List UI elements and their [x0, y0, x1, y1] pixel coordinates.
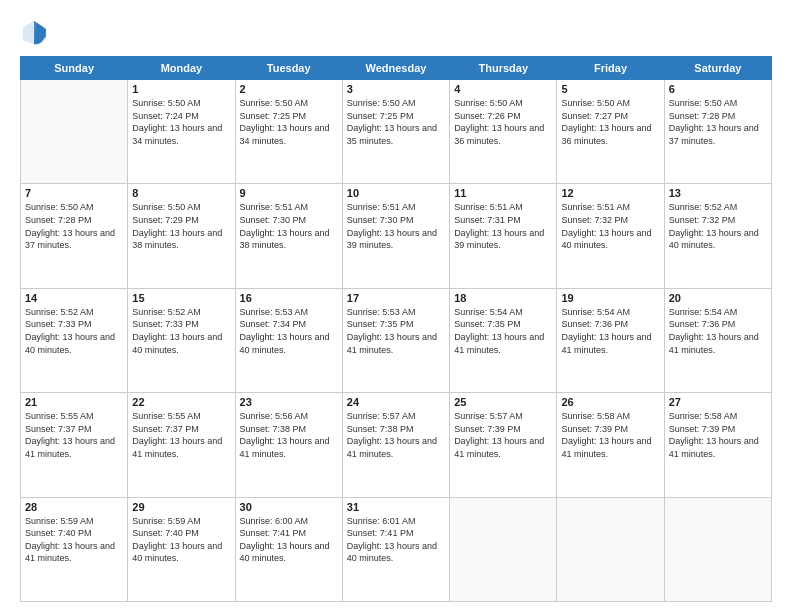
- day-number: 3: [347, 83, 445, 95]
- day-info: Sunrise: 5:59 AM Sunset: 7:40 PM Dayligh…: [25, 515, 123, 565]
- calendar-cell: 1Sunrise: 5:50 AM Sunset: 7:24 PM Daylig…: [128, 80, 235, 184]
- calendar-cell: 22Sunrise: 5:55 AM Sunset: 7:37 PM Dayli…: [128, 393, 235, 497]
- day-info: Sunrise: 5:55 AM Sunset: 7:37 PM Dayligh…: [25, 410, 123, 460]
- day-info: Sunrise: 5:58 AM Sunset: 7:39 PM Dayligh…: [669, 410, 767, 460]
- day-number: 12: [561, 187, 659, 199]
- header: [20, 18, 772, 46]
- calendar-cell: 27Sunrise: 5:58 AM Sunset: 7:39 PM Dayli…: [664, 393, 771, 497]
- calendar-cell: [21, 80, 128, 184]
- day-number: 27: [669, 396, 767, 408]
- day-info: Sunrise: 5:51 AM Sunset: 7:32 PM Dayligh…: [561, 201, 659, 251]
- calendar-cell: 19Sunrise: 5:54 AM Sunset: 7:36 PM Dayli…: [557, 288, 664, 392]
- calendar-cell: 4Sunrise: 5:50 AM Sunset: 7:26 PM Daylig…: [450, 80, 557, 184]
- calendar-cell: 23Sunrise: 5:56 AM Sunset: 7:38 PM Dayli…: [235, 393, 342, 497]
- day-info: Sunrise: 5:52 AM Sunset: 7:32 PM Dayligh…: [669, 201, 767, 251]
- calendar-cell: 26Sunrise: 5:58 AM Sunset: 7:39 PM Dayli…: [557, 393, 664, 497]
- weekday-header-thursday: Thursday: [450, 57, 557, 80]
- calendar-week-5: 28Sunrise: 5:59 AM Sunset: 7:40 PM Dayli…: [21, 497, 772, 601]
- calendar-cell: 29Sunrise: 5:59 AM Sunset: 7:40 PM Dayli…: [128, 497, 235, 601]
- day-info: Sunrise: 6:01 AM Sunset: 7:41 PM Dayligh…: [347, 515, 445, 565]
- weekday-header-row: SundayMondayTuesdayWednesdayThursdayFrid…: [21, 57, 772, 80]
- day-info: Sunrise: 5:50 AM Sunset: 7:25 PM Dayligh…: [347, 97, 445, 147]
- day-number: 23: [240, 396, 338, 408]
- day-info: Sunrise: 5:50 AM Sunset: 7:26 PM Dayligh…: [454, 97, 552, 147]
- day-info: Sunrise: 5:58 AM Sunset: 7:39 PM Dayligh…: [561, 410, 659, 460]
- weekday-header-tuesday: Tuesday: [235, 57, 342, 80]
- day-info: Sunrise: 5:53 AM Sunset: 7:34 PM Dayligh…: [240, 306, 338, 356]
- calendar-cell: 20Sunrise: 5:54 AM Sunset: 7:36 PM Dayli…: [664, 288, 771, 392]
- day-info: Sunrise: 5:51 AM Sunset: 7:30 PM Dayligh…: [240, 201, 338, 251]
- day-number: 29: [132, 501, 230, 513]
- day-number: 30: [240, 501, 338, 513]
- day-number: 22: [132, 396, 230, 408]
- day-info: Sunrise: 5:55 AM Sunset: 7:37 PM Dayligh…: [132, 410, 230, 460]
- day-number: 19: [561, 292, 659, 304]
- day-info: Sunrise: 5:53 AM Sunset: 7:35 PM Dayligh…: [347, 306, 445, 356]
- calendar-cell: [557, 497, 664, 601]
- day-info: Sunrise: 5:54 AM Sunset: 7:36 PM Dayligh…: [561, 306, 659, 356]
- day-info: Sunrise: 5:50 AM Sunset: 7:29 PM Dayligh…: [132, 201, 230, 251]
- calendar-cell: 8Sunrise: 5:50 AM Sunset: 7:29 PM Daylig…: [128, 184, 235, 288]
- day-info: Sunrise: 5:50 AM Sunset: 7:28 PM Dayligh…: [669, 97, 767, 147]
- day-number: 5: [561, 83, 659, 95]
- day-number: 28: [25, 501, 123, 513]
- day-number: 2: [240, 83, 338, 95]
- day-info: Sunrise: 5:54 AM Sunset: 7:35 PM Dayligh…: [454, 306, 552, 356]
- calendar-table: SundayMondayTuesdayWednesdayThursdayFrid…: [20, 56, 772, 602]
- day-number: 18: [454, 292, 552, 304]
- calendar-cell: 25Sunrise: 5:57 AM Sunset: 7:39 PM Dayli…: [450, 393, 557, 497]
- calendar-cell: 28Sunrise: 5:59 AM Sunset: 7:40 PM Dayli…: [21, 497, 128, 601]
- day-number: 26: [561, 396, 659, 408]
- day-info: Sunrise: 5:50 AM Sunset: 7:24 PM Dayligh…: [132, 97, 230, 147]
- calendar-cell: 7Sunrise: 5:50 AM Sunset: 7:28 PM Daylig…: [21, 184, 128, 288]
- calendar-cell: 12Sunrise: 5:51 AM Sunset: 7:32 PM Dayli…: [557, 184, 664, 288]
- weekday-header-sunday: Sunday: [21, 57, 128, 80]
- calendar-cell: 15Sunrise: 5:52 AM Sunset: 7:33 PM Dayli…: [128, 288, 235, 392]
- day-info: Sunrise: 5:52 AM Sunset: 7:33 PM Dayligh…: [25, 306, 123, 356]
- calendar-week-2: 7Sunrise: 5:50 AM Sunset: 7:28 PM Daylig…: [21, 184, 772, 288]
- calendar-cell: 24Sunrise: 5:57 AM Sunset: 7:38 PM Dayli…: [342, 393, 449, 497]
- weekday-header-wednesday: Wednesday: [342, 57, 449, 80]
- page: SundayMondayTuesdayWednesdayThursdayFrid…: [0, 0, 792, 612]
- day-info: Sunrise: 5:57 AM Sunset: 7:38 PM Dayligh…: [347, 410, 445, 460]
- day-info: Sunrise: 5:51 AM Sunset: 7:31 PM Dayligh…: [454, 201, 552, 251]
- day-info: Sunrise: 5:50 AM Sunset: 7:27 PM Dayligh…: [561, 97, 659, 147]
- day-number: 4: [454, 83, 552, 95]
- calendar-week-3: 14Sunrise: 5:52 AM Sunset: 7:33 PM Dayli…: [21, 288, 772, 392]
- calendar-cell: 17Sunrise: 5:53 AM Sunset: 7:35 PM Dayli…: [342, 288, 449, 392]
- calendar-cell: 5Sunrise: 5:50 AM Sunset: 7:27 PM Daylig…: [557, 80, 664, 184]
- day-number: 6: [669, 83, 767, 95]
- day-number: 11: [454, 187, 552, 199]
- calendar-week-4: 21Sunrise: 5:55 AM Sunset: 7:37 PM Dayli…: [21, 393, 772, 497]
- calendar-cell: 21Sunrise: 5:55 AM Sunset: 7:37 PM Dayli…: [21, 393, 128, 497]
- calendar-cell: 31Sunrise: 6:01 AM Sunset: 7:41 PM Dayli…: [342, 497, 449, 601]
- calendar-week-1: 1Sunrise: 5:50 AM Sunset: 7:24 PM Daylig…: [21, 80, 772, 184]
- day-info: Sunrise: 5:59 AM Sunset: 7:40 PM Dayligh…: [132, 515, 230, 565]
- calendar-cell: 6Sunrise: 5:50 AM Sunset: 7:28 PM Daylig…: [664, 80, 771, 184]
- calendar-cell: 11Sunrise: 5:51 AM Sunset: 7:31 PM Dayli…: [450, 184, 557, 288]
- weekday-header-monday: Monday: [128, 57, 235, 80]
- day-number: 21: [25, 396, 123, 408]
- calendar-cell: [664, 497, 771, 601]
- calendar-cell: [450, 497, 557, 601]
- logo: [20, 18, 52, 46]
- calendar-cell: 9Sunrise: 5:51 AM Sunset: 7:30 PM Daylig…: [235, 184, 342, 288]
- logo-icon: [20, 18, 48, 46]
- day-number: 1: [132, 83, 230, 95]
- day-info: Sunrise: 5:54 AM Sunset: 7:36 PM Dayligh…: [669, 306, 767, 356]
- calendar-cell: 2Sunrise: 5:50 AM Sunset: 7:25 PM Daylig…: [235, 80, 342, 184]
- weekday-header-saturday: Saturday: [664, 57, 771, 80]
- calendar-cell: 30Sunrise: 6:00 AM Sunset: 7:41 PM Dayli…: [235, 497, 342, 601]
- day-number: 14: [25, 292, 123, 304]
- day-number: 24: [347, 396, 445, 408]
- day-number: 17: [347, 292, 445, 304]
- calendar-cell: 18Sunrise: 5:54 AM Sunset: 7:35 PM Dayli…: [450, 288, 557, 392]
- day-info: Sunrise: 5:50 AM Sunset: 7:28 PM Dayligh…: [25, 201, 123, 251]
- day-number: 9: [240, 187, 338, 199]
- calendar-cell: 3Sunrise: 5:50 AM Sunset: 7:25 PM Daylig…: [342, 80, 449, 184]
- calendar-cell: 10Sunrise: 5:51 AM Sunset: 7:30 PM Dayli…: [342, 184, 449, 288]
- day-number: 20: [669, 292, 767, 304]
- weekday-header-friday: Friday: [557, 57, 664, 80]
- day-number: 15: [132, 292, 230, 304]
- day-info: Sunrise: 5:50 AM Sunset: 7:25 PM Dayligh…: [240, 97, 338, 147]
